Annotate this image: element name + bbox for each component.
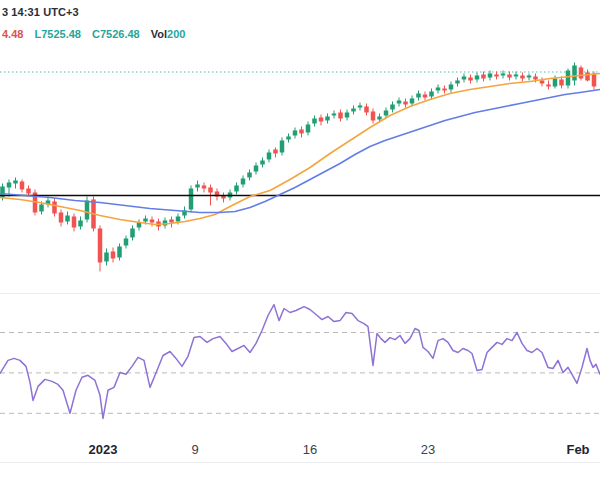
time-axis[interactable]: 202391623Feb: [0, 436, 600, 463]
ohlc-legend: 3 14:31 UTC+3 4.48 L7525.48 C7526.48 Vol…: [2, 6, 193, 41]
ohlc-values: 4.48 L7525.48 C7526.48 Vol200: [2, 28, 193, 41]
chart-datetime: 3 14:31 UTC+3: [2, 6, 193, 19]
axis-label-2023: 2023: [89, 442, 118, 457]
axis-label-feb: Feb: [566, 442, 589, 457]
high-value: 4.48: [2, 28, 23, 40]
axis-label-23: 23: [421, 442, 435, 457]
volume-value: 200: [167, 28, 185, 40]
axis-label-16: 16: [303, 442, 317, 457]
trading-chart-window: 3 14:31 UTC+3 4.48 L7525.48 C7526.48 Vol…: [0, 0, 600, 489]
close-value: C7526.48: [92, 28, 140, 40]
price-chart-canvas[interactable]: [0, 0, 600, 489]
axis-label-9: 9: [191, 442, 198, 457]
low-value: L7525.48: [34, 28, 80, 40]
volume-label: Vol: [151, 28, 167, 40]
